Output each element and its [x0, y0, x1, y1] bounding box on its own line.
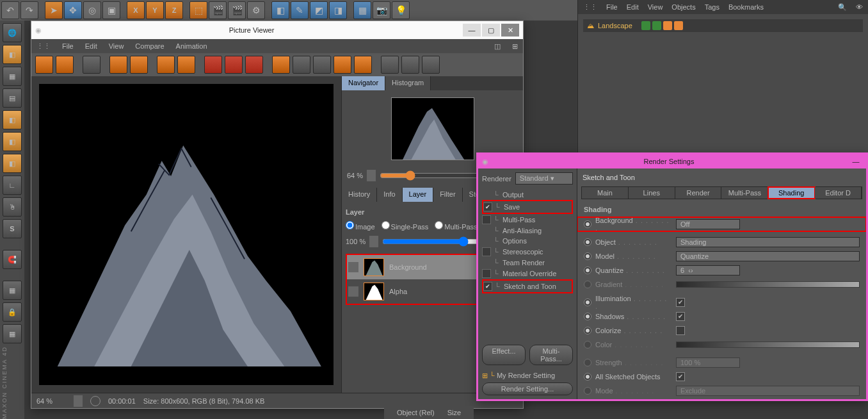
check-illum[interactable] [676, 298, 685, 307]
move-tool[interactable]: ✥ [64, 1, 82, 19]
attr-objref[interactable]: Object (Rel) [397, 409, 435, 416]
axis-icon[interactable]: ∟ [3, 176, 22, 195]
layer-toggle-icon[interactable] [348, 286, 358, 297]
eye-icon[interactable]: 👁 [856, 3, 863, 11]
obj-menu-tags[interactable]: Tags [705, 3, 719, 11]
rs-tab-editor[interactable]: Editor D [815, 187, 862, 199]
rs-tab-shading[interactable]: Shading [768, 187, 815, 199]
radio-colorize[interactable] [584, 327, 591, 334]
render-vis-icon[interactable] [652, 21, 661, 30]
menu-view[interactable]: View [109, 42, 124, 50]
tag-icon[interactable] [663, 21, 672, 30]
obj-menu-view[interactable]: View [648, 3, 663, 11]
model-mode[interactable]: ◧ [3, 45, 22, 64]
status-zoom-stepper[interactable] [74, 395, 83, 407]
poly-mode[interactable]: ◧ [3, 154, 22, 173]
check-shadows[interactable] [676, 312, 685, 321]
radio-model[interactable] [584, 252, 591, 260]
tb-btn-11[interactable] [313, 56, 331, 74]
radio-image[interactable]: Image [346, 221, 375, 231]
pv-dock2-icon[interactable]: ⊞ [512, 42, 518, 51]
point-mode[interactable]: ◧ [3, 110, 22, 129]
tree-output[interactable]: └Output [482, 190, 573, 200]
cube-icon[interactable]: ⬚ [189, 1, 207, 19]
open-button[interactable] [35, 56, 53, 74]
radio-object[interactable] [584, 238, 591, 246]
pv-dock-icon[interactable]: ◫ [494, 42, 501, 51]
subtab-layer[interactable]: Layer [403, 188, 434, 202]
tree-stereo[interactable]: └Stereoscopic [482, 246, 573, 258]
redo-button[interactable]: ↷ [20, 1, 38, 19]
layer-toggle-icon[interactable] [348, 262, 358, 272]
tb-btn-4[interactable] [157, 56, 175, 74]
menu-file[interactable]: File [62, 42, 74, 50]
tree-options[interactable]: └Options [482, 236, 573, 246]
texture-mode[interactable]: ▦ [3, 67, 22, 86]
tb-btn-b[interactable] [354, 56, 372, 74]
rs-tab-main[interactable]: Main [582, 187, 629, 199]
subtab-info[interactable]: Info [377, 188, 402, 202]
zoom-stepper[interactable] [367, 170, 376, 181]
scale-tool[interactable]: ▣ [102, 1, 120, 19]
tb-btn-2[interactable] [109, 56, 127, 74]
edge-mode[interactable]: ◧ [3, 132, 22, 151]
tb-btn-13[interactable] [401, 56, 419, 74]
attr-size[interactable]: Size [447, 409, 461, 416]
floor-button[interactable]: ▦ [353, 1, 371, 19]
s-icon[interactable]: S [3, 219, 22, 238]
tb-btn-7[interactable] [225, 56, 243, 74]
rs-minimize[interactable]: — [849, 158, 862, 165]
tb-btn-8[interactable] [245, 56, 263, 74]
primitive-2[interactable]: ✎ [291, 1, 309, 19]
render-settings-button[interactable]: ⚙ [247, 1, 265, 19]
minimize-button[interactable]: — [463, 24, 481, 37]
rs-tab-lines[interactable]: Lines [629, 187, 675, 199]
grid-icon[interactable]: ▦ [3, 281, 22, 300]
renderer-select[interactable]: Standard ▾ [515, 172, 573, 185]
object-landscape[interactable]: ⛰ Landscape [583, 19, 863, 32]
subtab-filter[interactable]: Filter [433, 188, 462, 202]
check-colorize[interactable] [676, 326, 685, 335]
field-model[interactable]: Quantize [676, 251, 860, 261]
tb-btn-a[interactable] [334, 56, 351, 74]
object-tree[interactable]: ⛰ Landscape [578, 14, 868, 37]
tree-save[interactable]: └Save [482, 200, 573, 214]
camera-button[interactable]: 📷 [373, 1, 390, 19]
tb-btn-14[interactable] [422, 56, 440, 74]
obj-menu-edit[interactable]: Edit [627, 3, 639, 11]
tb-btn-10[interactable] [293, 56, 310, 74]
render-button[interactable]: 🎬 [209, 1, 227, 19]
radio-multipass[interactable]: Multi-Pass [435, 221, 477, 231]
menu-edit[interactable]: Edit [85, 42, 97, 50]
radio-background[interactable] [584, 220, 591, 228]
maximize-button[interactable]: ▢ [482, 24, 500, 37]
tb-btn-6[interactable] [204, 56, 222, 74]
axis-x-button[interactable]: X [127, 1, 145, 19]
tb-btn-3[interactable] [130, 56, 148, 74]
radio-shadows[interactable] [584, 313, 591, 320]
rs-titlebar[interactable]: ◉ Render Settings — [478, 154, 866, 168]
subtab-history[interactable]: History [342, 188, 377, 202]
primitive-1[interactable]: ◧ [271, 1, 289, 19]
tree-sketchandtoon[interactable]: └Sketch and Toon [482, 279, 573, 293]
tag2-icon[interactable] [674, 21, 683, 30]
axis-y-button[interactable]: Y [146, 1, 164, 19]
radio-illum[interactable] [584, 299, 591, 306]
field-object[interactable]: Shading [676, 237, 860, 247]
pointer-tool[interactable]: ➤ [45, 1, 63, 19]
rs-tab-multipass[interactable]: Multi-Pass [721, 187, 768, 199]
grid2-icon[interactable]: ▦ [3, 324, 22, 343]
close-button[interactable]: ✕ [501, 24, 519, 37]
tb-btn-5[interactable] [177, 56, 195, 74]
render2-button[interactable]: 🎬 [228, 1, 246, 19]
multipass-button[interactable]: Multi-Pass... [529, 345, 573, 365]
workplane-mode[interactable]: ▤ [3, 88, 22, 108]
tree-matoverride[interactable]: └Material Override [482, 268, 573, 279]
radio-singlepass[interactable]: Single-Pass [382, 221, 429, 231]
tab-histogram[interactable]: Histogram [385, 76, 431, 90]
field-quantize[interactable]: 6 ‹› [676, 265, 740, 275]
menu-compare[interactable]: Compare [135, 42, 164, 50]
light-button[interactable]: 💡 [392, 1, 410, 19]
globe-icon[interactable]: 🌐 [3, 23, 22, 42]
tree-aa[interactable]: └Anti-Aliasing [482, 226, 573, 236]
